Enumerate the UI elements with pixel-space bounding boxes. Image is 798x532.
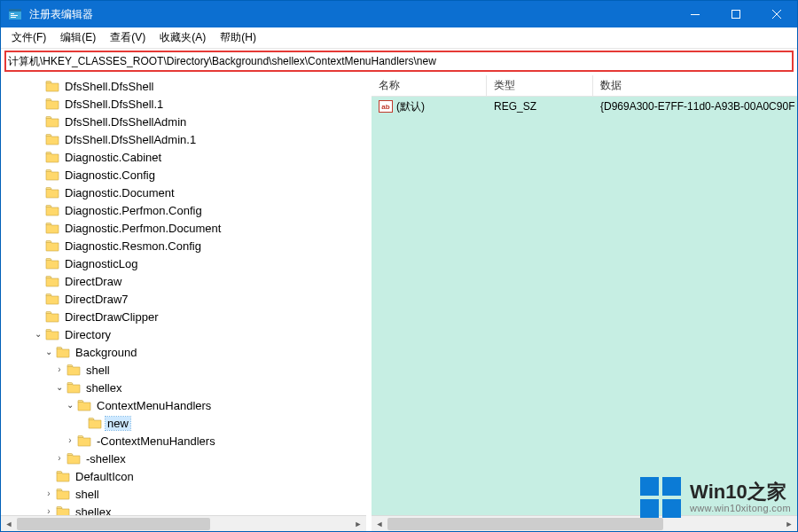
tree-node[interactable]: ›shellex: [1, 503, 366, 515]
scroll-left-icon[interactable]: ◄: [372, 516, 387, 531]
tree-node-label: shell: [74, 488, 101, 501]
chevron-down-icon[interactable]: ⌄: [43, 347, 54, 357]
chevron-right-icon[interactable]: ›: [54, 364, 65, 375]
tree-node-label: Diagnostic.Cabinet: [63, 151, 163, 164]
value-name: (默认): [396, 99, 425, 114]
chevron-right-icon[interactable]: ›: [65, 435, 75, 446]
svg-rect-1: [9, 9, 21, 12]
folder-icon: [45, 80, 59, 92]
tree-node-label: -ContextMenuHandlers: [95, 434, 217, 448]
tree-node-label: DfsShell.DfsShellAdmin: [63, 115, 188, 129]
tree-node[interactable]: DfsShell.DfsShell.1: [1, 95, 366, 113]
tree-node[interactable]: Diagnostic.Cabinet: [1, 148, 366, 166]
chevron-right-icon[interactable]: ›: [54, 453, 65, 464]
tree-node[interactable]: Diagnostic.Perfmon.Document: [1, 219, 366, 237]
folder-icon: [45, 133, 59, 145]
value-row[interactable]: ab(默认)REG_SZ{D969A300-E7FF-11d0-A93B-00A…: [372, 97, 797, 114]
tree-node-label: Diagnostic.Resmon.Config: [63, 239, 203, 253]
tree-node-label: DfsShell.DfsShellAdmin.1: [63, 133, 198, 146]
tree-node-label: Diagnostic.Perfmon.Config: [63, 204, 204, 217]
tree-node-label: new: [106, 417, 130, 430]
tree-node[interactable]: ›-ContextMenuHandlers: [1, 432, 366, 450]
chevron-right-icon[interactable]: ›: [43, 506, 54, 515]
tree-node[interactable]: DefaultIcon: [1, 467, 366, 485]
tree-node[interactable]: DfsShell.DfsShellAdmin: [1, 113, 366, 130]
chevron-down-icon[interactable]: ⌄: [33, 329, 43, 340]
tree-node-label: ContextMenuHandlers: [95, 399, 213, 412]
tree-node[interactable]: Diagnostic.Resmon.Config: [1, 237, 366, 254]
folder-icon: [45, 222, 59, 234]
minimize-button[interactable]: [675, 1, 716, 27]
col-data[interactable]: 数据: [593, 75, 797, 96]
maximize-button[interactable]: [716, 1, 756, 27]
tree-node[interactable]: DirectDrawClipper: [1, 308, 366, 325]
tree-node[interactable]: ⌄ContextMenuHandlers: [1, 396, 366, 414]
tree-node[interactable]: ›shell: [1, 485, 366, 503]
tree-node-label: -shellex: [84, 452, 128, 466]
chevron-down-icon[interactable]: ⌄: [65, 400, 75, 411]
value-data: {D969A300-E7FF-11d0-A93B-00A0C90F: [593, 100, 797, 113]
folder-icon: [56, 346, 70, 358]
titlebar: 注册表编辑器: [1, 1, 797, 27]
tree-node[interactable]: DiagnosticLog: [1, 254, 366, 272]
tree-node[interactable]: ›shell: [1, 361, 366, 379]
tree-node-label: Directory: [63, 328, 113, 341]
svg-rect-3: [11, 15, 18, 16]
window-title: 注册表编辑器: [29, 7, 675, 22]
folder-icon: [45, 275, 59, 287]
col-name[interactable]: 名称: [372, 75, 487, 96]
tree-node[interactable]: new: [1, 414, 366, 432]
folder-icon: [66, 452, 81, 465]
chevron-right-icon[interactable]: ›: [43, 489, 54, 499]
tree-node[interactable]: ⌄Directory: [1, 325, 366, 343]
close-button[interactable]: [756, 1, 797, 27]
regedit-icon: [8, 7, 22, 21]
tree-node-label: DfsShell.DfsShell: [63, 80, 155, 93]
scroll-left-icon[interactable]: ◄: [1, 516, 17, 531]
tree-node-label: DefaultIcon: [74, 470, 136, 483]
tree-node[interactable]: Diagnostic.Config: [1, 166, 366, 184]
chevron-down-icon[interactable]: ⌄: [54, 382, 65, 393]
folder-icon: [45, 293, 59, 305]
scroll-right-icon[interactable]: ►: [350, 516, 366, 531]
menubar: 文件(F) 编辑(E) 查看(V) 收藏夹(A) 帮助(H): [1, 27, 797, 49]
tree-node[interactable]: DirectDraw: [1, 272, 366, 290]
tree-h-scrollbar[interactable]: ◄ ►: [1, 515, 366, 531]
column-headers: 名称 类型 数据: [372, 75, 797, 97]
menu-view[interactable]: 查看(V): [103, 28, 153, 47]
tree-node-label: Diagnostic.Perfmon.Document: [63, 222, 223, 235]
scroll-right-icon[interactable]: ►: [781, 516, 797, 531]
tree-node[interactable]: ⌄shellex: [1, 379, 366, 396]
tree-node-label: DirectDraw: [63, 275, 123, 288]
folder-icon: [45, 168, 59, 181]
menu-help[interactable]: 帮助(H): [213, 28, 263, 47]
list-h-scrollbar[interactable]: ◄ ►: [372, 515, 797, 531]
tree-node[interactable]: ›-shellex: [1, 450, 366, 467]
tree-node[interactable]: DirectDraw7: [1, 290, 366, 308]
address-bar[interactable]: 计算机\HKEY_CLASSES_ROOT\Directory\Backgrou…: [4, 51, 794, 72]
svg-rect-4: [11, 17, 16, 18]
svg-rect-2: [11, 13, 14, 14]
tree-node-label: shell: [84, 364, 112, 377]
tree-node[interactable]: Diagnostic.Perfmon.Config: [1, 201, 366, 219]
folder-icon: [45, 151, 59, 163]
folder-icon: [56, 470, 70, 482]
tree-node[interactable]: DfsShell.DfsShell: [1, 77, 366, 95]
tree-node[interactable]: ⌄Background: [1, 343, 366, 361]
tree-node-label: Diagnostic.Document: [63, 186, 176, 200]
folder-icon: [45, 98, 59, 110]
tree-node[interactable]: Diagnostic.Document: [1, 184, 366, 201]
menu-file[interactable]: 文件(F): [4, 28, 53, 47]
folder-icon: [56, 505, 70, 515]
menu-edit[interactable]: 编辑(E): [53, 28, 103, 47]
folder-icon: [45, 239, 59, 252]
col-type[interactable]: 类型: [487, 75, 593, 96]
value-type: REG_SZ: [487, 100, 593, 113]
folder-icon: [45, 328, 59, 340]
svg-rect-5: [691, 14, 700, 15]
tree-node[interactable]: DfsShell.DfsShellAdmin.1: [1, 130, 366, 148]
folder-icon: [45, 204, 59, 216]
address-text: 计算机\HKEY_CLASSES_ROOT\Directory\Backgrou…: [8, 54, 436, 69]
folder-icon: [77, 399, 91, 411]
menu-favorites[interactable]: 收藏夹(A): [153, 28, 213, 47]
